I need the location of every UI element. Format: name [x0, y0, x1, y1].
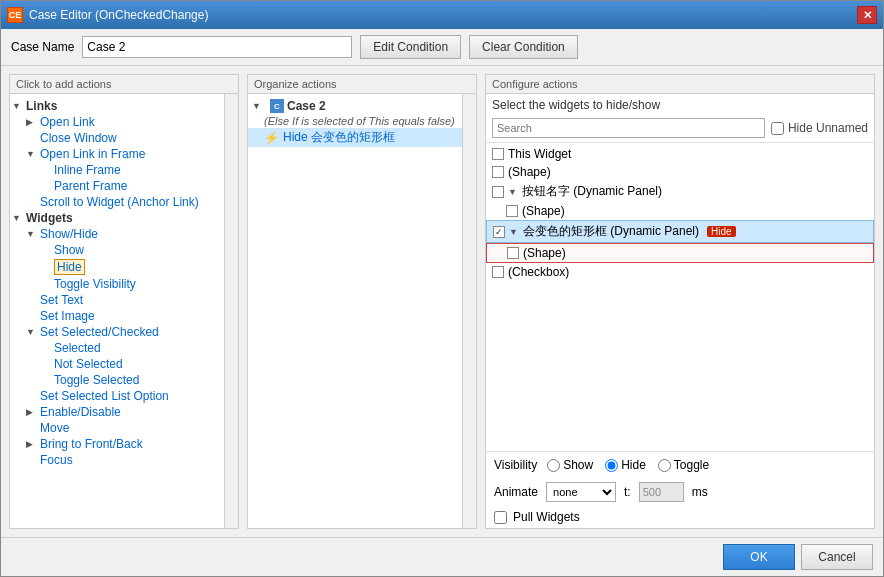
- widget-shape3-label: (Shape): [523, 246, 566, 260]
- mid-panel-scrollbar[interactable]: [462, 94, 476, 528]
- tree-enable-disable[interactable]: ▶ Enable/Disable: [10, 404, 224, 420]
- window-title: Case Editor (OnCheckedChange): [29, 8, 208, 22]
- pull-widgets-row: Pull Widgets: [486, 506, 874, 528]
- visibility-hide-label: Hide: [621, 458, 646, 472]
- condition-text: (Else If is selected of This equals fals…: [264, 115, 455, 127]
- tree-toggle-selected[interactable]: Toggle Selected: [10, 372, 224, 388]
- left-panel-scrollbar[interactable]: [224, 94, 238, 528]
- tree-widgets[interactable]: ▼ Widgets: [10, 210, 224, 226]
- mid-panel-header: Organize actions: [248, 75, 476, 94]
- visibility-show-option[interactable]: Show: [547, 458, 593, 472]
- visibility-toggle-option[interactable]: Toggle: [658, 458, 709, 472]
- widget-shape1-checkbox[interactable]: [492, 166, 504, 178]
- widget-shape1-label: (Shape): [508, 165, 551, 179]
- expand-arrow-color-rect: ▼: [509, 227, 519, 237]
- tree-open-link[interactable]: ▶ Open Link: [10, 114, 224, 130]
- hide-badge: Hide: [707, 226, 736, 237]
- configure-panel: Select the widgets to hide/show Hide Unn…: [486, 94, 874, 528]
- visibility-toggle-radio[interactable]: [658, 459, 671, 472]
- mid-panel: Organize actions ▼ C Case 2 (Else If is …: [247, 74, 477, 529]
- close-button[interactable]: ✕: [857, 6, 877, 24]
- tree-not-selected[interactable]: Not Selected: [10, 356, 224, 372]
- case-editor-window: CE Case Editor (OnCheckedChange) ✕ Case …: [0, 0, 884, 577]
- animate-select[interactable]: none: [546, 482, 616, 502]
- search-input[interactable]: [492, 118, 765, 138]
- widget-shape2[interactable]: (Shape): [486, 202, 874, 220]
- tree-selected[interactable]: Selected: [10, 340, 224, 356]
- tree-open-link-frame[interactable]: ▼ Open Link in Frame: [10, 146, 224, 162]
- tree-links[interactable]: ▼ Links: [10, 98, 224, 114]
- tree-focus[interactable]: Focus: [10, 452, 224, 468]
- tree-set-text[interactable]: Set Text: [10, 292, 224, 308]
- edit-condition-button[interactable]: Edit Condition: [360, 35, 461, 59]
- widget-color-rect[interactable]: ▼ 会变色的矩形框 (Dynamic Panel) Hide: [486, 220, 874, 243]
- widget-color-rect-checkbox[interactable]: [493, 226, 505, 238]
- cancel-button[interactable]: Cancel: [801, 544, 873, 570]
- tree-hide[interactable]: Hide: [10, 258, 224, 276]
- arrow-widgets: ▼: [12, 213, 26, 223]
- hide-unnamed-label: Hide Unnamed: [788, 121, 868, 135]
- app-icon: CE: [7, 7, 23, 23]
- pull-widgets-checkbox[interactable]: [494, 511, 507, 524]
- tree-show[interactable]: Show: [10, 242, 224, 258]
- widget-shape3[interactable]: (Shape): [486, 243, 874, 263]
- toolbar: Case Name Edit Condition Clear Condition: [1, 29, 883, 66]
- arrow-show-hide: ▼: [26, 229, 40, 239]
- tree-bring-to-front[interactable]: ▶ Bring to Front/Back: [10, 436, 224, 452]
- tree-move[interactable]: Move: [10, 420, 224, 436]
- title-bar: CE Case Editor (OnCheckedChange) ✕: [1, 1, 883, 29]
- visibility-label: Visibility: [494, 458, 537, 472]
- hide-unnamed-row: Hide Unnamed: [771, 121, 868, 135]
- visibility-hide-option[interactable]: Hide: [605, 458, 646, 472]
- tree-set-selected-checked[interactable]: ▼ Set Selected/Checked: [10, 324, 224, 340]
- condition-line: (Else If is selected of This equals fals…: [248, 114, 462, 128]
- t-input[interactable]: [639, 482, 684, 502]
- case2-label: Case 2: [287, 99, 326, 113]
- tree-set-selected-list[interactable]: Set Selected List Option: [10, 388, 224, 404]
- widget-this-widget[interactable]: This Widget: [486, 145, 874, 163]
- animate-row: Animate none t: ms: [486, 478, 874, 506]
- arrow-open-link-frame: ▼: [26, 149, 40, 159]
- clear-condition-button[interactable]: Clear Condition: [469, 35, 578, 59]
- visibility-radio-group: Show Hide Toggle: [547, 458, 709, 472]
- widget-btn-group-label: 按钮名字 (Dynamic Panel): [522, 183, 662, 200]
- hide-action[interactable]: ⚡ Hide 会变色的矩形框: [248, 128, 462, 147]
- visibility-hide-radio[interactable]: [605, 459, 618, 472]
- arrow-case2: ▼: [252, 101, 266, 111]
- widget-this-widget-checkbox[interactable]: [492, 148, 504, 160]
- widget-checkbox1-label: (Checkbox): [508, 265, 569, 279]
- case2-node[interactable]: ▼ C Case 2: [248, 98, 462, 114]
- visibility-show-radio[interactable]: [547, 459, 560, 472]
- search-row: Hide Unnamed: [486, 114, 874, 142]
- right-panel: Configure actions Select the widgets to …: [485, 74, 875, 529]
- widget-checkbox1-checkbox[interactable]: [492, 266, 504, 278]
- widget-shape2-checkbox[interactable]: [506, 205, 518, 217]
- hide-unnamed-checkbox[interactable]: [771, 122, 784, 135]
- tree-close-window[interactable]: Close Window: [10, 130, 224, 146]
- widget-shape2-label: (Shape): [522, 204, 565, 218]
- tree-scroll-widget[interactable]: Scroll to Widget (Anchor Link): [10, 194, 224, 210]
- arrow-enable-disable: ▶: [26, 407, 40, 417]
- tree-show-hide[interactable]: ▼ Show/Hide: [10, 226, 224, 242]
- left-panel: Click to add actions ▼ Links ▶ Open Link: [9, 74, 239, 529]
- tree-inline-frame[interactable]: Inline Frame: [10, 162, 224, 178]
- pull-widgets-label: Pull Widgets: [513, 510, 580, 524]
- widget-shape3-checkbox[interactable]: [507, 247, 519, 259]
- case2-icon: C: [270, 99, 284, 113]
- ok-button[interactable]: OK: [723, 544, 795, 570]
- ms-label: ms: [692, 485, 708, 499]
- footer: OK Cancel: [1, 537, 883, 576]
- animate-label: Animate: [494, 485, 538, 499]
- visibility-row: Visibility Show Hide Toggle: [486, 451, 874, 478]
- case-name-input[interactable]: [82, 36, 352, 58]
- widget-btn-group-checkbox[interactable]: [492, 186, 504, 198]
- widget-shape1[interactable]: (Shape): [486, 163, 874, 181]
- tree-parent-frame[interactable]: Parent Frame: [10, 178, 224, 194]
- main-content: Click to add actions ▼ Links ▶ Open Link: [1, 66, 883, 537]
- widget-checkbox1[interactable]: (Checkbox): [486, 263, 874, 281]
- tree-toggle-visibility[interactable]: Toggle Visibility: [10, 276, 224, 292]
- lightning-icon: ⚡: [264, 131, 279, 145]
- widget-btn-group[interactable]: ▼ 按钮名字 (Dynamic Panel): [486, 181, 874, 202]
- widget-color-rect-label: 会变色的矩形框 (Dynamic Panel): [523, 223, 699, 240]
- tree-set-image[interactable]: Set Image: [10, 308, 224, 324]
